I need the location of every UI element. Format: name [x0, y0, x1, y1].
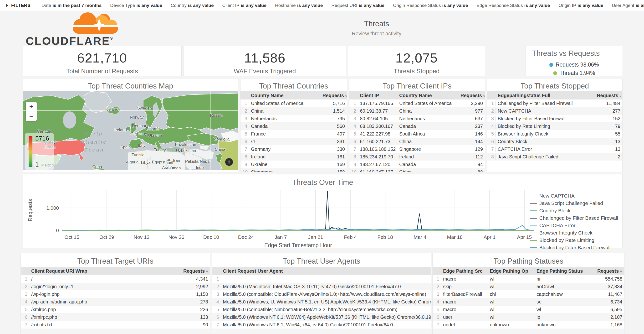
table-row[interactable]: 468.183.200.167Canada237 — [350, 122, 485, 130]
column-header[interactable]: Client Request URI Wrap — [29, 268, 182, 274]
cell: 331 — [320, 139, 347, 144]
table-row[interactable]: 4Canada560 — [240, 122, 347, 130]
table-row[interactable]: 7188.166.188.152Singapore129 — [350, 145, 485, 153]
filter-item[interactable]: Dateis in the past 7 months — [42, 3, 102, 8]
zoom-in-button[interactable]: + — [26, 102, 37, 111]
table-row[interactable]: 2/login/?login_only=12,992 — [21, 283, 210, 290]
chart-legend-item[interactable]: Blocked by Rate Limiting — [530, 237, 618, 243]
chart-legend-item[interactable]: Challenged by Filter Based Firewall — [530, 215, 618, 221]
table-row[interactable]: 541.222.227.98South Africa146 — [350, 130, 485, 138]
cloudflare-cloud-icon — [70, 12, 122, 35]
column-header[interactable]: Client Request User Agent — [221, 268, 431, 274]
table-row[interactable]: 2China1,514 — [240, 107, 347, 115]
legend-line-swatch — [530, 225, 537, 226]
column-header[interactable]: Edgepathingstatus Full — [496, 93, 595, 98]
column-header[interactable]: Requests∨ — [320, 93, 347, 98]
table-row[interactable]: 6//xmlrpc.php133 — [21, 313, 210, 321]
zoom-out-button[interactable]: − — [26, 111, 37, 121]
filter-item[interactable]: Device Typeis any value — [110, 3, 162, 8]
filter-field: Country — [171, 3, 186, 8]
filter-item[interactable]: Edge Response Statusis any value — [476, 3, 550, 8]
table-row[interactable]: 3Mozilla/5.0 (compatible; CloudFlare-Alw… — [212, 290, 431, 298]
table-row[interactable]: 5Browser Integrity Check55 — [487, 130, 622, 138]
table-row[interactable]: 6Mozilla/5.0 (Windows NT 6.1; WOW64) App… — [212, 313, 431, 321]
chart-legend-item[interactable]: CAPTCHA Error — [530, 223, 618, 228]
filter-item[interactable]: Request URIis any value — [331, 3, 384, 8]
cell: 137.175.79.166 — [358, 101, 397, 106]
world-map[interactable]: CanadaUnited StatesMexicoCubaIcelandIrel… — [23, 91, 238, 170]
table-row[interactable]: 8Ireland181 — [240, 153, 347, 161]
table-row[interactable]: 2Mozilla/5.0 (Macintosh; Intel Mac OS X … — [212, 283, 431, 290]
filters-toggle[interactable]: FILTERS — [11, 3, 30, 8]
table-row[interactable]: 1Challenged by Filter Based Firewall11,4… — [487, 100, 622, 107]
chart-legend-item[interactable]: Browser Integrity Check — [530, 230, 618, 236]
chart-legend-item[interactable]: Java Script Challenge Failed — [530, 200, 618, 206]
column-header[interactable]: Edge Pathing Status — [534, 268, 590, 274]
table-row[interactable]: 5macrowlwl6,595 — [432, 306, 624, 313]
table-row[interactable]: 1United States of America5,716 — [240, 100, 347, 107]
table-row[interactable]: 9198.27.67.120Canada94 — [350, 161, 485, 168]
table-row[interactable]: 4/wp-admin/admin-ajax.php278 — [21, 298, 210, 306]
table-row[interactable]: 1/4,341 — [21, 275, 210, 283]
table-row[interactable]: 9Ukraine169 — [240, 161, 347, 168]
chart-legend-item[interactable]: Country Block — [530, 208, 618, 213]
column-header[interactable]: Requests∨ — [182, 268, 210, 274]
table-row[interactable]: 661.160.221.73China144 — [350, 138, 485, 145]
filters-expand-icon[interactable] — [6, 4, 8, 7]
column-header[interactable]: Country Name — [249, 93, 320, 98]
table-row[interactable]: 1061.160.247.127China88 — [350, 168, 485, 172]
table-row[interactable]: 4Mozilla/5.0 (Windows; U; Windows NT 5.1… — [212, 298, 431, 306]
table-row[interactable]: 7undefunknownunknown1,168 — [432, 321, 624, 328]
table-row[interactable]: 4macrowlse6,734 — [432, 298, 624, 306]
column-header[interactable]: Edge Pathing Op — [488, 268, 534, 274]
table-row[interactable]: 6∅331 — [240, 138, 347, 145]
filter-item[interactable]: User Agentis any value — [612, 3, 644, 8]
chart-legend-item[interactable]: Blocked by Filter Based Firewall — [530, 245, 618, 250]
table-row[interactable]: 1 — [212, 275, 431, 283]
table-row[interactable]: 1macrowlnr554,758 — [432, 275, 624, 283]
table-row[interactable]: 5France497 — [240, 130, 347, 138]
filter-item[interactable]: Origin IPis any value — [558, 3, 603, 8]
table-row[interactable]: 6Country Block13 — [487, 138, 622, 145]
table-row[interactable]: 260.191.38.77China977 — [350, 107, 485, 115]
card-title: Top Threat Countries Map — [23, 79, 238, 91]
column-header[interactable]: Edge Pathing Src — [441, 268, 488, 274]
table-row[interactable]: 1137.175.79.166United States of America2… — [350, 100, 485, 107]
column-header[interactable]: Requests∨ — [458, 93, 485, 98]
map-info-icon[interactable]: i — [225, 158, 233, 166]
card-title: Threats vs Requests — [526, 46, 622, 59]
table-row[interactable]: 8Java Script Challenge Failed2 — [487, 153, 622, 161]
table-row[interactable]: 8185.234.219.70Ireland112 — [350, 153, 485, 161]
legend-item[interactable]: Requests 98.06% — [526, 62, 622, 68]
map-country-label: Iceland — [105, 107, 118, 112]
column-header[interactable]: Requests∨ — [595, 93, 622, 98]
table-row[interactable]: 2New CAPTCHA277 — [487, 107, 622, 115]
table-row[interactable]: 380.82.64.105Netherlands637 — [350, 115, 485, 122]
filter-item[interactable]: Hostnameis any value — [275, 3, 323, 8]
column-header[interactable]: Country Name — [397, 93, 458, 98]
table-row[interactable]: 10Singapore158 — [240, 168, 347, 172]
table-row[interactable]: 3filterBasedFirewallchlcaptchaNew11,467 — [432, 290, 624, 298]
column-header[interactable]: Requests∨ — [590, 268, 624, 274]
filter-item[interactable]: Origin Response Statusis any value — [393, 3, 468, 8]
cell: Blocked by Rate Limiting — [496, 124, 595, 129]
table-row[interactable]: 3Blocked by Filter Based Firewall152 — [487, 115, 622, 122]
table-row[interactable]: 4Blocked by Rate Limiting79 — [487, 122, 622, 130]
legend-item[interactable]: Threats 1.94% — [526, 70, 622, 76]
filter-item[interactable]: Client IPis any value — [222, 3, 266, 8]
chart-legend-item[interactable]: New CAPTCHA — [530, 193, 618, 199]
table-row[interactable]: 7Mozilla/5.0 (Windows NT 6.1; Win64; x64… — [212, 321, 431, 328]
table-row[interactable]: 5/xmlrpc.php226 — [21, 306, 210, 313]
table-row[interactable]: 3/wp-login.php1,150 — [21, 290, 210, 298]
table-row[interactable]: 2skipwlaoCrawl37,834 — [432, 283, 624, 290]
column-header[interactable]: Client IP — [358, 93, 397, 98]
table-row[interactable]: 7CAPTCHA Error13 — [487, 145, 622, 153]
table-row[interactable]: 5Mozilla/5.0 (compatible; Nimbostratus-B… — [212, 306, 431, 313]
cell: Mozilla/5.0 (Windows NT 6.1; Win64; x64;… — [221, 322, 431, 327]
table-row[interactable]: 7Germany330 — [240, 145, 347, 153]
table-row[interactable]: 6userwlip2,107 — [432, 313, 624, 321]
cell: user — [441, 314, 488, 320]
table-row[interactable]: 7/robots.txt90 — [21, 321, 210, 328]
filter-item[interactable]: Countryis any value — [171, 3, 214, 8]
table-row[interactable]: 3Netherlands795 — [240, 115, 347, 122]
